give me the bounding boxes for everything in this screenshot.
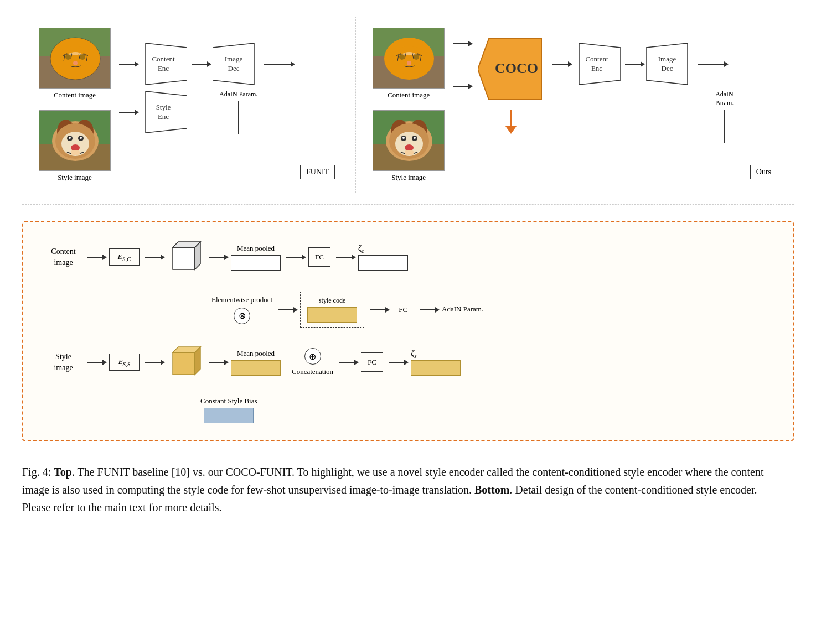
content-cube-svg — [167, 239, 203, 275]
ours-adain-connector: AdaIN Param. — [707, 90, 742, 143]
ours-style-label: Style image — [373, 173, 445, 182]
b-arrow10 — [145, 362, 162, 363]
coco-svg: COCO — [478, 33, 544, 105]
funit-style-label: Style image — [39, 173, 111, 182]
funit-content-image — [39, 28, 111, 89]
ours-adain-row: AdaIN Param. — [552, 90, 742, 143]
b-arrow5 — [336, 257, 353, 258]
ours-inner: Content image — [373, 28, 777, 182]
elementwise-container: Elementwise product ⊗ — [211, 295, 272, 324]
svg-text:Enc: Enc — [158, 64, 169, 72]
zeta-s-label: ζs — [411, 349, 416, 359]
svg-marker-62 — [173, 247, 195, 269]
style-enc-box: ES,S — [109, 354, 140, 371]
svg-point-5 — [65, 54, 71, 60]
image-dec-svg: Image Dec — [213, 43, 260, 85]
svg-text:Dec: Dec — [662, 64, 673, 72]
svg-text:Dec: Dec — [228, 64, 240, 72]
arrow-to-image-dec — [625, 64, 642, 65]
fc-box3: FC — [392, 300, 414, 319]
elementwise-label: Elementwise product — [211, 295, 272, 305]
zeta-c-container: ζc — [358, 243, 408, 271]
zeta-c-rect — [358, 255, 408, 271]
b-arrow1 — [87, 257, 104, 258]
ours-images-col: Content image — [373, 28, 445, 182]
svg-text:Enc: Enc — [591, 64, 602, 72]
constant-bias-row: Constant Style Bias — [200, 397, 771, 423]
svg-text:Image: Image — [658, 55, 676, 63]
b-arrow13 — [389, 362, 405, 363]
fc-box1: FC — [308, 247, 330, 267]
svg-point-7 — [73, 61, 78, 65]
coco-down-arrow — [505, 110, 517, 134]
style-code-label: style code — [319, 297, 345, 305]
zeta-s-rect — [411, 360, 461, 376]
content-enc2-svg: Content Enc — [574, 43, 621, 85]
svg-marker-64 — [195, 242, 200, 269]
funit-style-image-container: Style image — [39, 110, 111, 182]
svg-rect-51 — [405, 150, 414, 155]
b-arrow9 — [87, 362, 104, 363]
ours-content-label: Content image — [373, 91, 445, 100]
adain-label-funit: AdaIN Param. — [219, 90, 257, 99]
zeta-s-container: ζs — [411, 349, 461, 376]
caption-section: Fig. 4: Top. The FUNIT baseline [10] vs.… — [22, 463, 775, 516]
funit-content-image-container: Content image — [39, 28, 111, 100]
elementwise-circle: ⊗ — [234, 308, 250, 324]
funit-content-label: Content image — [39, 91, 111, 100]
b-arrow8 — [420, 309, 436, 310]
adain-param-label: AdaIN Param. — [442, 304, 483, 314]
concat-col: ⊕ Concatenation — [292, 348, 333, 376]
svg-point-49 — [414, 137, 416, 139]
style-cube-svg — [167, 344, 203, 380]
constant-style-rect — [204, 408, 254, 423]
ours-style-image-container: Style image — [373, 110, 445, 182]
arrow4 — [119, 112, 136, 113]
funit-diagram: Content image — [22, 17, 356, 193]
zeta-c-label: ζc — [358, 243, 364, 254]
b-arrow2 — [145, 257, 162, 258]
middle-row: Elementwise product ⊗ style code FC AdaI… — [211, 292, 771, 328]
funit-method-label-container: FUNIT — [300, 159, 335, 179]
mean-pooled-label1: Mean pooled — [237, 244, 275, 253]
bottom-content-label: Content image — [45, 246, 81, 268]
ours-style-arrow — [453, 86, 469, 87]
b-arrow4 — [286, 257, 303, 258]
caption-prefix: Fig. 4: — [22, 466, 54, 478]
b-arrow3 — [209, 257, 225, 258]
image-dec2-svg: Image Dec — [646, 43, 693, 85]
ours-content-image — [373, 28, 445, 89]
style-enc-svg: Style Enc — [140, 91, 187, 133]
funit-images-col: Content image — [39, 28, 111, 182]
coco-arrow-line — [510, 110, 512, 126]
funit-method-label: FUNIT — [300, 165, 335, 179]
ours-method-label-container: Ours — [750, 159, 777, 179]
funit-style-image — [39, 110, 111, 171]
coco-arrow-head — [505, 126, 517, 134]
bottom-style-label: Style image — [45, 351, 81, 373]
bottom-style-row: Style image ES,S Mean pooled — [45, 344, 771, 380]
tiger-image-svg — [39, 28, 111, 89]
constant-bias-container: Constant Style Bias — [200, 397, 257, 423]
svg-rect-20 — [71, 150, 80, 155]
adain-connector: AdaIN Param. — [219, 90, 257, 134]
svg-text:Content: Content — [152, 55, 175, 63]
ours-diagram: Content image — [356, 17, 794, 193]
ours-content-image-container: Content image — [373, 28, 445, 100]
arrow-content-coco — [453, 43, 469, 44]
svg-text:Enc: Enc — [158, 112, 169, 121]
b-arrow11 — [209, 362, 225, 363]
arrow2 — [192, 64, 208, 65]
svg-point-38 — [407, 61, 411, 65]
svg-point-18 — [80, 137, 82, 139]
svg-text:Content: Content — [586, 55, 609, 63]
style-code-box: style code — [300, 292, 364, 328]
svg-point-6 — [80, 54, 85, 60]
concatenation-label: Concatenation — [292, 367, 333, 376]
svg-point-37 — [414, 54, 419, 60]
b-arrow6 — [278, 309, 295, 310]
arrow-style-coco — [453, 86, 469, 87]
coco-block-container: COCO — [478, 33, 544, 134]
adain-label-ours: AdaIN Param. — [707, 90, 742, 107]
ours-content-arrow — [453, 43, 469, 44]
